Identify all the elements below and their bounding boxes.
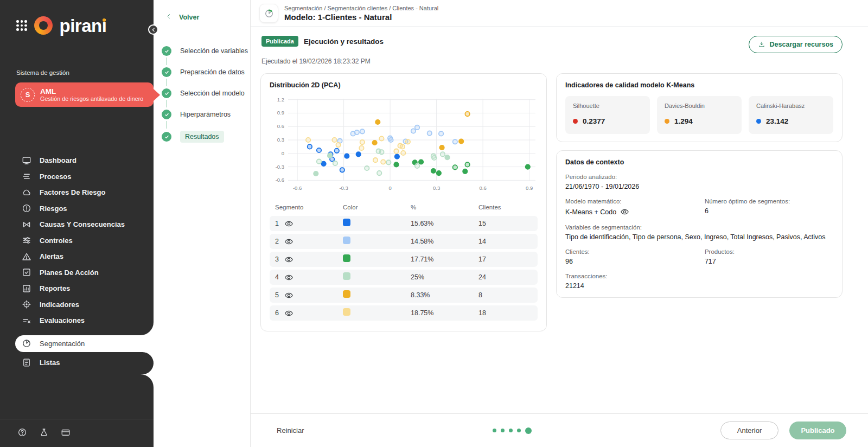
sidebar-item-label: Evaluaciones [40, 316, 85, 324]
main-content: Segmentación / Segmentación clientes / C… [251, 0, 868, 447]
back-label: Volver [179, 14, 199, 21]
visibility-toggle-icon[interactable] [284, 291, 293, 300]
dashboard-icon [22, 156, 31, 165]
sidebar-item-factores-de-riesgo[interactable]: Factores De Riesgo [0, 184, 154, 201]
visibility-toggle-icon[interactable] [284, 273, 293, 282]
table-row-segment-1: 115.63%15 [270, 216, 538, 231]
context-label: Número óptimo de segmentos: [705, 198, 833, 205]
context-row: Clientes:96Productos:717 [565, 248, 833, 265]
sidebar-item-dashboard[interactable]: Dashboard [0, 152, 154, 169]
model-pie-icon [259, 4, 278, 23]
help-icon[interactable] [17, 427, 27, 437]
step-hiperparametros[interactable]: Hiperparámetros [162, 110, 250, 119]
svg-text:0: 0 [388, 185, 391, 191]
sidebar-item-causas-y-consecuencias[interactable]: Causas Y Consecuencias [0, 216, 154, 233]
steps-list: Selección de variablesPreparación de dat… [162, 46, 250, 143]
back-button[interactable]: Volver [154, 0, 250, 21]
visibility-toggle-icon[interactable] [284, 255, 293, 264]
context-label: Productos: [705, 248, 833, 255]
sidebar-item-listas[interactable]: Listas [0, 355, 154, 371]
eye-icon[interactable] [620, 207, 629, 216]
sidebar-item-indicadores[interactable]: Indicadores [0, 297, 154, 313]
progress-dot [509, 429, 513, 432]
brand: pirani [0, 0, 154, 35]
apps-grid-icon[interactable] [16, 20, 27, 31]
segmentation-icon [22, 339, 31, 348]
table-row-segment-5: 58.33%8 [270, 288, 538, 303]
status-row: Publicada Ejecución y resultados Descarg… [251, 27, 868, 53]
step-seleccion-de-variables[interactable]: Selección de variables [162, 46, 250, 56]
segment-color-swatch [343, 254, 350, 262]
card-icon[interactable] [61, 427, 71, 437]
previous-button[interactable]: Anterior [720, 422, 778, 439]
lab-icon[interactable] [39, 427, 49, 437]
segment-clients: 8 [478, 291, 538, 299]
segment-color-swatch [343, 308, 350, 316]
step-preparacion-de-datos[interactable]: Preparación de datos [162, 67, 250, 77]
context-field-modelo-matematico-: Modelo matemático:K-Means + Codo [565, 198, 705, 216]
segment-clients: 15 [478, 220, 538, 227]
context-card: Datos de contexto Periodo analizado:21/0… [556, 150, 843, 298]
sidebar-item-label: Riesgos [40, 205, 67, 213]
evaluations-icon [22, 316, 31, 325]
step-label: Preparación de datos [180, 68, 245, 76]
breadcrumb: Segmentación / Segmentación clientes / C… [284, 5, 438, 11]
sidebar-item-evaluaciones[interactable]: Evaluaciones [0, 312, 154, 329]
app-window: pirani Sistema de gestión S AML Gestión … [0, 0, 868, 447]
download-resources-button[interactable]: Descargar recursos [749, 36, 843, 53]
download-icon [758, 41, 765, 48]
risks-icon [22, 203, 31, 213]
sidebar-item-reportes[interactable]: Reportes [0, 280, 154, 297]
context-row: Variables de segmentación:Tipo de identi… [565, 224, 833, 241]
sidebar-item-planes-de-accion[interactable]: Planes De Acción [0, 265, 154, 281]
context-value: 6 [705, 207, 833, 215]
risk-factors-icon [22, 188, 31, 197]
svg-text:0.9: 0.9 [526, 185, 533, 191]
restart-link[interactable]: Reiniciar [277, 426, 304, 435]
context-label: Variables de segmentación: [565, 224, 833, 231]
execution-title: Ejecución y resultados [304, 37, 384, 46]
svg-text:1.2: 1.2 [277, 97, 284, 103]
sidebar-item-controles[interactable]: Controles [0, 233, 154, 249]
context-label: Periodo analizado: [565, 174, 833, 180]
progress-dot [493, 429, 496, 432]
sidebar-item-label: Causas Y Consecuencias [40, 220, 125, 228]
context-value: Tipo de identificación, Tipo de persona,… [565, 233, 833, 241]
metric-value: 0.2377 [583, 117, 605, 125]
status-badge: Publicada [261, 36, 298, 47]
pirani-logo-icon [34, 16, 53, 35]
segment-color-swatch [343, 290, 350, 298]
step-check-icon [162, 132, 171, 142]
segment-cell: 6 [275, 309, 343, 318]
step-seleccion-del-modelo[interactable]: Selección del modelo [162, 88, 250, 98]
sidebar-item-segmentacion[interactable]: Segmentación [15, 335, 154, 352]
context-row: Periodo analizado:21/06/1970 - 19/01/202… [565, 174, 833, 190]
right-column: Indicadores de calidad modelo K-Means Si… [556, 73, 843, 298]
sidebar-item-label: Planes De Acción [40, 269, 99, 277]
segment-cell: 1 [275, 219, 343, 228]
visibility-toggle-icon[interactable] [284, 237, 293, 246]
segment-number: 6 [275, 309, 279, 317]
cards-row: Distribución 2D (PCA) 1.20.90.60.30-0.3-… [260, 73, 843, 331]
sidebar-item-label: Procesos [40, 173, 72, 181]
sidebar-item-procesos[interactable]: Procesos [0, 169, 154, 185]
step-check-icon [162, 110, 171, 119]
sidebar-item-alertas[interactable]: Alertas [0, 248, 154, 265]
sidebar-item-riesgos[interactable]: Riesgos [0, 201, 154, 217]
progress-dot [525, 427, 532, 434]
step-resultados[interactable]: Resultados [162, 131, 250, 143]
sidebar-collapse-button[interactable] [148, 24, 158, 35]
lists-icon [22, 357, 31, 367]
context-label: Modelo matemático: [565, 198, 705, 205]
steps-panel: Volver Selección de variablesPreparación… [154, 0, 251, 447]
segment-cell: 5 [275, 291, 343, 300]
executed-at: Ejecutado el 19/02/2026 18:23:32 PM [251, 53, 868, 65]
segment-number: 4 [275, 273, 279, 281]
published-button[interactable]: Publicado [789, 422, 846, 439]
segment-clients: 17 [478, 256, 538, 263]
context-value: 717 [705, 258, 833, 265]
module-card-aml[interactable]: S AML Gestión de riesgos antilavado de d… [15, 82, 154, 107]
kmeans-indicators-card: Indicadores de calidad modelo K-Means Si… [556, 73, 843, 142]
visibility-toggle-icon[interactable] [284, 309, 293, 318]
visibility-toggle-icon[interactable] [284, 219, 293, 228]
